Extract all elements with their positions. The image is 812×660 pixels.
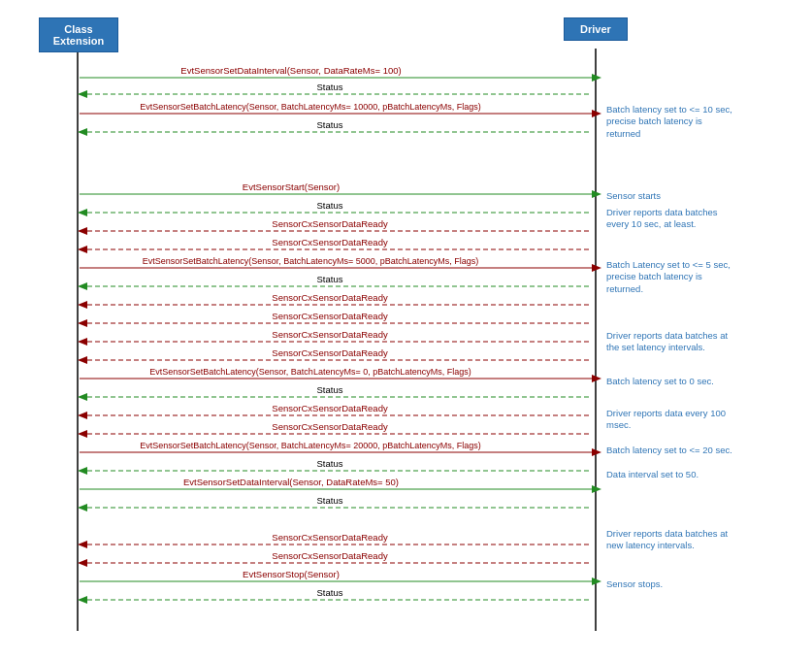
- svg-marker-57: [592, 448, 601, 456]
- svg-marker-54: [78, 430, 87, 438]
- svg-marker-33: [78, 301, 87, 309]
- svg-text:SensorCxSensorDataReady: SensorCxSensorDataReady: [272, 421, 388, 432]
- svg-marker-27: [592, 264, 601, 272]
- annotation-6: Batch latency set to 0 sec.: [606, 376, 732, 387]
- svg-text:EvtSensorStop(Sensor): EvtSensorStop(Sensor): [243, 569, 340, 579]
- svg-text:SensorCxSensorDataReady: SensorCxSensorDataReady: [272, 292, 388, 303]
- svg-text:Status: Status: [317, 458, 343, 469]
- diagram-container: EvtSensorSetDataInterval(Sensor, DataRat…: [0, 0, 812, 660]
- svg-marker-51: [78, 412, 87, 419]
- svg-marker-6: [78, 90, 87, 98]
- svg-marker-39: [78, 338, 87, 346]
- svg-text:Status: Status: [317, 495, 343, 506]
- annotation-1: Batch latency set to <= 10 sec, precise …: [606, 104, 732, 140]
- svg-text:Status: Status: [317, 587, 343, 598]
- svg-marker-9: [592, 110, 601, 117]
- svg-marker-30: [78, 282, 87, 290]
- svg-text:SensorCxSensorDataReady: SensorCxSensorDataReady: [272, 403, 388, 413]
- class-ext-label-1: Class: [64, 23, 92, 35]
- svg-marker-36: [78, 319, 87, 327]
- svg-text:EvtSensorSetBatchLatency(Senso: EvtSensorSetBatchLatency(Sensor, BatchLa…: [149, 367, 471, 377]
- svg-text:SensorCxSensorDataReady: SensorCxSensorDataReady: [272, 218, 388, 229]
- svg-marker-12: [78, 128, 87, 136]
- svg-marker-66: [78, 504, 87, 512]
- svg-text:Status: Status: [317, 274, 343, 284]
- svg-text:Status: Status: [317, 119, 343, 130]
- svg-marker-18: [78, 209, 87, 216]
- svg-marker-24: [78, 246, 87, 253]
- svg-marker-60: [78, 467, 87, 475]
- svg-marker-75: [592, 578, 601, 585]
- svg-marker-45: [592, 375, 601, 382]
- svg-text:Status: Status: [317, 82, 343, 92]
- svg-text:Status: Status: [317, 384, 343, 395]
- annotation-4: Batch Latency set to <= 5 sec, precise b…: [606, 259, 732, 295]
- annotation-8: Batch latency set to <= 20 sec.: [606, 445, 732, 456]
- annotation-7: Driver reports data every 100 msec.: [606, 408, 732, 432]
- svg-marker-42: [78, 356, 87, 364]
- svg-text:Status: Status: [317, 200, 343, 211]
- lifeline-class-extension: Class Extension: [39, 17, 118, 52]
- svg-marker-21: [78, 227, 87, 235]
- svg-marker-72: [78, 559, 87, 567]
- svg-text:SensorCxSensorDataReady: SensorCxSensorDataReady: [272, 532, 388, 543]
- annotation-10: Driver reports data batches at new laten…: [606, 528, 732, 552]
- svg-text:EvtSensorSetBatchLatency(Senso: EvtSensorSetBatchLatency(Sensor, BatchLa…: [140, 102, 480, 112]
- annotation-2: Sensor starts: [606, 190, 732, 202]
- annotation-3: Driver reports data batches every 10 sec…: [606, 207, 732, 231]
- svg-text:EvtSensorSetBatchLatency(Senso: EvtSensorSetBatchLatency(Sensor, BatchLa…: [143, 256, 478, 266]
- lifeline-driver: Driver: [564, 17, 628, 41]
- svg-text:EvtSensorSetDataInterval(Senso: EvtSensorSetDataInterval(Sensor, DataRat…: [180, 65, 401, 76]
- annotation-11: Sensor stops.: [606, 578, 732, 590]
- svg-text:SensorCxSensorDataReady: SensorCxSensorDataReady: [272, 311, 388, 321]
- svg-text:EvtSensorSetDataInterval(Senso: EvtSensorSetDataInterval(Sensor, DataRat…: [183, 477, 399, 487]
- svg-text:SensorCxSensorDataReady: SensorCxSensorDataReady: [272, 550, 388, 561]
- svg-marker-3: [592, 74, 601, 82]
- class-ext-label-2: Extension: [53, 35, 105, 47]
- svg-text:SensorCxSensorDataReady: SensorCxSensorDataReady: [272, 237, 388, 248]
- svg-text:SensorCxSensorDataReady: SensorCxSensorDataReady: [272, 329, 388, 340]
- svg-text:SensorCxSensorDataReady: SensorCxSensorDataReady: [272, 347, 388, 358]
- annotation-5: Driver reports data batches at the set l…: [606, 330, 732, 354]
- svg-marker-78: [78, 596, 87, 604]
- svg-marker-69: [78, 541, 87, 548]
- svg-marker-63: [592, 485, 601, 493]
- driver-label: Driver: [580, 23, 611, 35]
- svg-marker-15: [592, 190, 601, 198]
- svg-text:EvtSensorSetBatchLatency(Senso: EvtSensorSetBatchLatency(Sensor, BatchLa…: [140, 441, 480, 450]
- annotation-9: Data interval set to 50.: [606, 469, 732, 480]
- svg-marker-48: [78, 393, 87, 401]
- svg-text:EvtSensorStart(Sensor): EvtSensorStart(Sensor): [243, 182, 340, 192]
